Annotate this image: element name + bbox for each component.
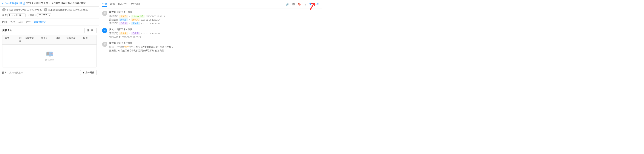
right-content: 霍 霍东源 更新了卡片属性 流程状态 测试完 > Internal上线 2023… (99, 9, 322, 77)
related-cards-header: 关联卡片 添 加 (2, 28, 97, 33)
activity-title: 尹成丰 更新了卡片属性 (109, 28, 319, 31)
plan-field: 所属计划 二月W2 (28, 13, 51, 17)
activity-to: 测试完 (131, 18, 140, 21)
activity-name: 尹成丰 (109, 28, 116, 31)
activity-time: 2023-02-08 17:22:26 (122, 36, 141, 38)
right-tab-change[interactable]: 变更记录 (130, 2, 140, 7)
table-empty-state: 📭 暂无数据 (2, 45, 96, 67)
activity-time: 2023-02-08 19:36:19 (146, 15, 165, 18)
activity-field: 流程状态 (109, 22, 118, 25)
bookmark-icon[interactable]: 🔖 (297, 2, 302, 6)
status-select[interactable]: Internal上线 (8, 13, 26, 17)
created-at: 创建于 2023-02-08 16:02:20 (14, 8, 42, 12)
right-tab-all[interactable]: 全部 (102, 2, 107, 7)
attachment-hint: (支持拖拽上传) (8, 71, 24, 74)
activity-avatar: 霍 (102, 11, 107, 16)
activity-rows: 流程状态 测试完 > Internal上线 2023-02-08 19:36:1… (109, 15, 319, 25)
attachment-label-group: 附件 (支持拖拽上传) (2, 71, 24, 74)
activity-row: 流程状态 已提测 > 测试中 2023-02-08 17:23:48 (109, 22, 319, 25)
activity-item: 尹 尹成丰 更新了卡片属性 流程状态 开发中 > 已提测 2023-02-08 … (102, 28, 319, 39)
modified-at: 最后修改于 2023-02-08 19:36:19 (56, 8, 88, 12)
bug-tag[interactable]: ezOne-8526 [线上Bug] (2, 2, 25, 5)
activity-name: 霍东源 (109, 42, 116, 45)
content-tabs: 内容 字段 关联 附件 研发数据链 (0, 19, 99, 26)
activity-avatar: 尹 (102, 28, 107, 33)
meta-bar: 霍 霍东源 创建于 2023-02-08 16:02:20 霍 霍东源 最后修改… (0, 7, 99, 19)
plan-select-wrapper[interactable]: 二月W2 (37, 13, 51, 17)
status-field: 状态 Internal上线 (2, 13, 26, 17)
activity-rows: 流程状态 开发中 > 已提测 2023-02-08 17:22:26 实际工时 … (109, 32, 319, 39)
col-number: 编号 (5, 37, 18, 43)
activity-title-from: 数据量大时我的工作台卡片类型列表获取不到项目类型 (118, 46, 171, 49)
tab-devdata[interactable]: 研发数据链 (34, 19, 46, 26)
right-tab-status[interactable]: 状态变更 (118, 2, 128, 7)
creator-avatar: 霍 (2, 8, 6, 12)
activity-item: 霍 霍东源 更新了卡片属性 标题 数据量大时我的工作台卡片类型列表获取不到项目类… (102, 42, 319, 52)
activity-body: 尹成丰 更新了卡片属性 流程状态 开发中 > 已提测 2023-02-08 17… (109, 28, 319, 39)
highlight-text: 大时 (124, 46, 129, 48)
activity-title-to-row: 数据量大时我的工作台卡片类型列表获取不到'项目'类型 (109, 49, 319, 52)
modifier-label: 霍东源 (48, 8, 55, 12)
activity-field: 流程状态 (109, 18, 118, 21)
related-cards-title: 关联卡片 (2, 29, 12, 32)
bug-title: 数据量大时我的工作台卡片类型列表获取不到'项目'类型 (26, 2, 86, 5)
activity-action: 更新了卡片属性 (117, 42, 132, 45)
audit-link[interactable]: 审批记录 (309, 3, 319, 6)
activity-from: 测试中 (119, 18, 128, 21)
right-actions: 🔗 ⊡ 🔖 ⋮ 审批记录 (285, 2, 319, 6)
right-header: 全部 评论 状态变更 变更记录 🔗 ⊡ 🔖 ⋮ 审批记录 (99, 0, 322, 9)
right-panel: 全部 评论 状态变更 变更记录 🔗 ⊡ 🔖 ⋮ 审批记录 ↗ 霍 (99, 0, 322, 77)
col-blocked: 阻塞 (56, 37, 65, 43)
attachment-label: 附件 (2, 71, 7, 74)
main-content: 关联卡片 添 加 编号 标题 卡片类型 负责人 阻塞 流程状态 操作 📭 暂无数… (0, 26, 99, 68)
activity-time: 2023-02-08 17:23:48 (141, 22, 160, 25)
activity-value: 2 (119, 36, 120, 38)
plan-select[interactable]: 二月W2 (37, 13, 51, 17)
activity-row: 流程状态 测试完 > Internal上线 2023-02-08 19:36:1… (109, 15, 319, 18)
plan-label: 所属计划 (28, 14, 36, 17)
left-panel: ezOne-8526 [线上Bug] 数据量大时我的工作台卡片类型列表获取不到'… (0, 0, 99, 77)
activity-title: 霍东源 更新了卡片属性 (109, 11, 319, 14)
activity-body: 霍东源 更新了卡片属性 标题 数据量大时我的工作台卡片类型列表获取不到项目类型 … (109, 42, 319, 52)
arrow: > (129, 22, 130, 25)
activity-row: 标题 数据量大时我的工作台卡片类型列表获取不到项目类型 > (109, 46, 319, 49)
activity-title-to: 数据量大时我的工作台卡片类型列表获取不到'项目'类型 (109, 49, 164, 52)
activity-to: 测试中 (131, 22, 140, 25)
activity-from: 测试完 (119, 15, 128, 18)
activity-title: 霍东源 更新了卡片属性 (109, 42, 319, 45)
activity-field: 标题 (109, 46, 117, 49)
activity-body: 霍东源 更新了卡片属性 流程状态 测试完 > Internal上线 2023-0… (109, 11, 319, 25)
activity-time: 2023-02-08 19:36:17 (141, 19, 160, 21)
col-title: 标题 (19, 37, 23, 43)
creator-info: 霍 霍东源 创建于 2023-02-08 16:02:20 (2, 8, 42, 12)
tab-related[interactable]: 关联 (18, 19, 23, 26)
status-label: 状态 (2, 14, 7, 17)
activity-row: 流程状态 测试中 > 测试完 2023-02-08 19:36:17 (109, 18, 319, 21)
activity-name: 霍东源 (109, 11, 116, 14)
activity-avatar: 霍 (102, 42, 107, 47)
upload-button[interactable]: ⬆ 上传附件 (80, 70, 97, 75)
arrow: > (129, 15, 130, 18)
tab-fields[interactable]: 字段 (10, 19, 15, 26)
upload-label: 上传附件 (85, 71, 94, 74)
empty-icon: 📭 (46, 50, 53, 57)
creator-label: 霍东源 (6, 8, 13, 12)
right-tab-comment[interactable]: 评论 (110, 2, 115, 7)
tab-attachment[interactable]: 附件 (26, 19, 31, 26)
col-assignee: 负责人 (41, 37, 54, 43)
activity-field: 流程状态 (109, 15, 118, 18)
col-card-type: 卡片类型 (25, 37, 40, 43)
empty-text: 暂无数据 (45, 58, 54, 62)
modifier-avatar: 霍 (44, 8, 47, 12)
more-icon[interactable]: ⋮ (303, 2, 308, 6)
add-related-card-button[interactable]: 添 加 (84, 28, 97, 33)
link-icon[interactable]: 🔗 (285, 2, 290, 6)
tab-content[interactable]: 内容 (2, 19, 7, 26)
activity-field: 流程状态 (109, 32, 118, 35)
activity-row: 流程状态 开发中 > 已提测 2023-02-08 17:22:26 (109, 32, 319, 35)
activity-field: 实际工时 (109, 35, 118, 39)
activity-row: 实际工时 2 2023-02-08 17:22:26 (109, 35, 319, 39)
arrow: > (129, 32, 130, 35)
copy-icon[interactable]: ⊡ (291, 2, 296, 6)
status-select-wrapper[interactable]: Internal上线 (8, 13, 26, 17)
